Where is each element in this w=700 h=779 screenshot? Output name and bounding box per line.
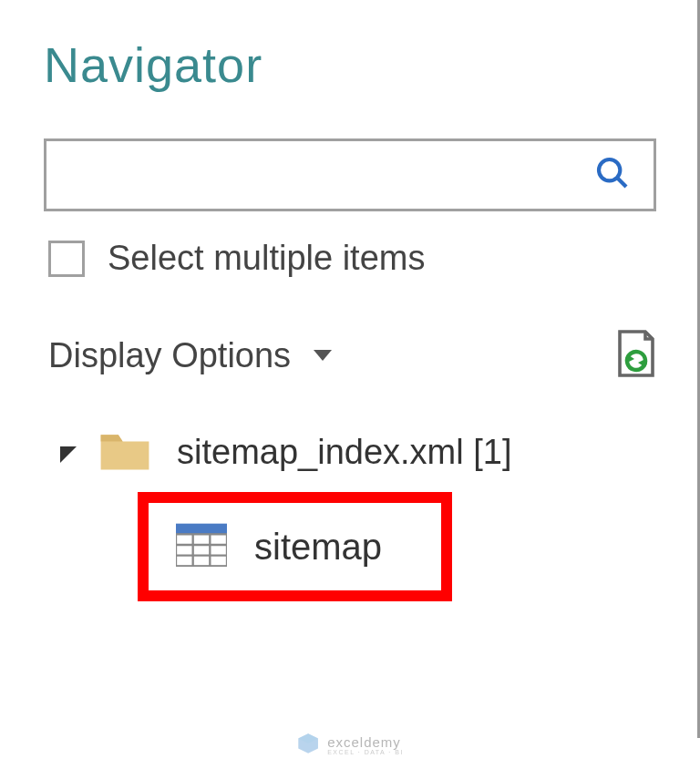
tree-root-item[interactable]: sitemap_index.xml [1] — [60, 428, 656, 476]
select-multiple-label: Select multiple items — [108, 239, 425, 278]
watermark-logo-icon — [296, 732, 327, 759]
search-icon — [594, 155, 631, 195]
navigator-tree: sitemap_index.xml [1] sitemap — [44, 428, 656, 601]
display-options-label: Display Options — [48, 336, 291, 375]
svg-rect-3 — [176, 534, 227, 566]
display-options-row: Display Options — [44, 328, 656, 383]
folder-icon — [98, 428, 177, 476]
table-icon — [176, 523, 254, 570]
svg-line-1 — [617, 178, 626, 187]
expand-collapse-icon[interactable] — [60, 446, 77, 463]
tree-item-label: sitemap — [254, 527, 382, 568]
tree-root-label: sitemap_index.xml [1] — [177, 433, 512, 472]
watermark-sub: EXCEL · DATA · BI — [327, 749, 404, 755]
watermark-main: exceldemy — [327, 735, 404, 749]
display-options-dropdown[interactable]: Display Options — [48, 336, 332, 375]
svg-rect-2 — [176, 524, 227, 535]
refresh-icon[interactable] — [612, 328, 656, 383]
search-input[interactable] — [44, 138, 656, 211]
chevron-down-icon — [314, 350, 332, 361]
svg-point-0 — [599, 159, 620, 180]
select-multiple-checkbox[interactable] — [48, 241, 85, 277]
select-multiple-row[interactable]: Select multiple items — [44, 239, 656, 278]
page-title: Navigator — [44, 36, 656, 93]
tree-item-sitemap[interactable]: sitemap — [138, 492, 452, 601]
watermark: exceldemy EXCEL · DATA · BI — [296, 732, 404, 759]
